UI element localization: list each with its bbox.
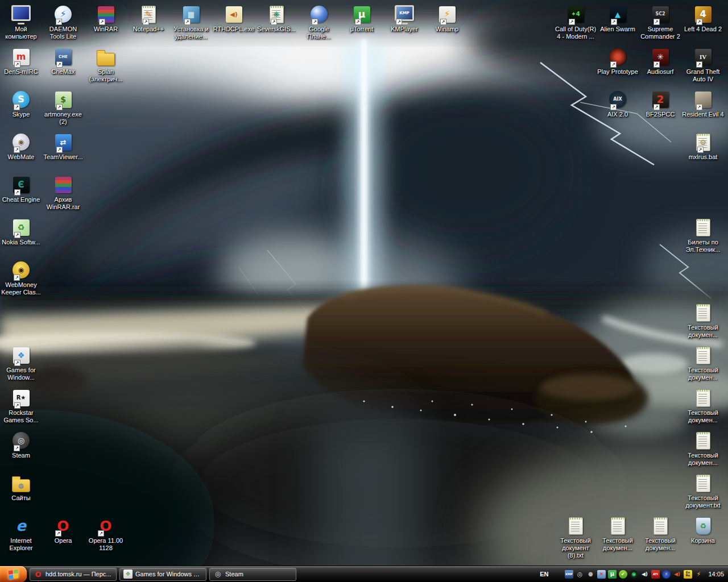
desktop-icon-tickets-doc[interactable]: Билеты по Эл.Техник... [682, 218, 724, 253]
desktop-icon-chemax[interactable]: CHE↗CheMax [42, 47, 84, 76]
desktop-icon-mxlrus-bat[interactable]: ⚙↗mxlrus.bat [682, 132, 724, 161]
desktop-icon-text-doc-5[interactable]: Текстовый докумен... [597, 516, 639, 552]
realtek-speaker-icon: ◀) [226, 6, 242, 23]
desktop-icon-webmoney-keeper[interactable]: ◉↗WebMoney Keeper Clas... [0, 260, 42, 296]
desktop-icon-nokia-software[interactable]: ♻↗Nokia Softw... [0, 218, 42, 246]
desktop-icon-severskgis[interactable]: ❋↗SeverskGIS... [255, 5, 297, 33]
desktop-icon-my-computer[interactable]: Мой компьютер [0, 5, 42, 40]
volume-tray-icon[interactable]: ◀) [639, 569, 650, 579]
desktop-icon-cheat-engine[interactable]: Є↗Cheat Engine [0, 175, 42, 203]
desktop-icon-google-earth[interactable]: ↗Google Плане... [298, 5, 340, 40]
desktop-icon-bf2spcc[interactable]: 2↗BF2SPCC [639, 90, 681, 118]
desktop-icon-left-4-dead-2[interactable]: 4↗Left 4 Dead 2 [682, 5, 724, 33]
start-button[interactable] [0, 566, 27, 582]
shortcut-arrow-icon: ↗ [396, 19, 402, 25]
desktop-icon-label: Google Плане... [297, 26, 341, 40]
language-indicator[interactable]: EN [540, 571, 548, 577]
kmplayer-tray-icon[interactable]: KMP [564, 569, 574, 579]
desktop-icon-call-of-duty-4[interactable]: ✦4↗Call of Duty(R) 4 - Modern ... [555, 5, 597, 40]
shortcut-arrow-icon: ↗ [653, 104, 660, 110]
desktop-icon-opera-11[interactable]: O↗Opera 11.00 1128 [85, 516, 127, 552]
shortcut-arrow-icon: ↗ [98, 530, 104, 537]
desktop-icon-rthdcpl[interactable]: ◀)RTHDCPL.exe [213, 5, 255, 33]
shortcut-arrow-icon: ↗ [14, 360, 20, 366]
desktop-icon-internet-explorer[interactable]: eInternet Explorer [0, 516, 42, 552]
task-button-steam[interactable]: ◎Steam [209, 568, 296, 581]
shortcut-arrow-icon: ↗ [14, 61, 20, 68]
desktop-icon-label: Установка и удаление... [169, 26, 213, 40]
desktop-icon-opera[interactable]: O↗Opera [42, 516, 84, 544]
desktop-icon-artmoney[interactable]: $↗artmoney.exe (2) [42, 90, 84, 126]
desktop-icon-winrar-archive[interactable]: Архив WinRAR.rar [42, 175, 84, 211]
desktop-icon-teamviewer[interactable]: ⇄↗TeamViewer... [42, 132, 84, 161]
desktop-icon-label: DenS-mIRC [0, 68, 43, 76]
desktop-icon-recycle-bin[interactable]: ♻Корзина [682, 516, 724, 544]
desktop-icon-text-doc-1[interactable]: Текстовый докумен... [682, 303, 724, 339]
desktop-icon-text-doc-txt[interactable]: Текстовый документ.txt [682, 473, 724, 509]
winamp-tray-icon[interactable]: ⚡ [693, 569, 704, 579]
ati-tray-icon[interactable]: ATI [650, 569, 660, 579]
desktop-icon-text-doc-4[interactable]: Текстовый докумен... [682, 431, 724, 467]
desktop-icon-splan-folder[interactable]: Splan (электрич... [85, 47, 127, 83]
desktop-icon-label: RTHDCPL.exe [212, 26, 255, 33]
desktop[interactable]: Мой компьютер⚡↗DAEMON Tools Lite↗WinRAR✎… [0, 0, 728, 566]
desktop-icon-dens-mirc[interactable]: m↗DenS-mIRC [0, 47, 42, 76]
shortcut-arrow-icon: ↗ [99, 19, 105, 25]
shortcut-arrow-icon: ↗ [611, 19, 617, 25]
webcam-eye-tray-icon[interactable]: ◉ [628, 569, 639, 579]
desktop-icon-steam[interactable]: ◎↗Steam [0, 431, 42, 459]
realtek-audio-tray-icon[interactable]: ◀) [672, 569, 682, 579]
punto-switcher-tray-icon[interactable]: En Ru [682, 569, 693, 579]
desktop-icon-text-doc-6[interactable]: Текстовый докумен... [639, 516, 681, 552]
desktop-icon-text-doc-2[interactable]: Текстовый докумен... [682, 346, 724, 381]
shortcut-arrow-icon: ↗ [56, 61, 63, 68]
desktop-icon-webmate[interactable]: ◉↗WebMate [0, 132, 42, 161]
steam-tray-icon[interactable]: ◎ [574, 569, 585, 579]
desktop-icon-supreme-commander-2[interactable]: SC2↗Supreme Commander 2 [639, 5, 681, 40]
desktop-icon-label: Текстовый докумен... [596, 537, 639, 552]
desktop-icon-winrar[interactable]: ↗WinRAR [85, 5, 127, 33]
desktop-icon-text-doc-8-txt[interactable]: Текстовый документ (8).txt [555, 516, 597, 559]
text-doc-icon [696, 347, 710, 364]
steam-icon: ◎ [213, 569, 222, 579]
desktop-icon-utorrent[interactable]: µ↗µTorrent [341, 5, 383, 33]
task-button-gfwl[interactable]: ❖Games for Windows – ... [119, 568, 206, 581]
desktop-icon-audiosurf[interactable]: ✳↗Audiosurf [639, 47, 681, 76]
desktop-icon-rockstar-games[interactable]: R★↗Rockstar Games So... [0, 388, 42, 424]
shortcut-arrow-icon: ↗ [14, 104, 20, 110]
desktop-icon-skype[interactable]: S↗Skype [0, 90, 42, 118]
daemon-tools-tray-icon[interactable]: ⚡ [661, 569, 671, 579]
desktop-icon-label: Текстовый докумен... [681, 367, 725, 381]
network-offline-tray-icon[interactable]: ✕ [596, 569, 606, 579]
shortcut-arrow-icon: ↗ [610, 61, 617, 68]
shortcut-arrow-icon: ↗ [696, 104, 702, 110]
desktop-icon-kmplayer[interactable]: KMP↗KMPlayer [383, 5, 425, 33]
desktop-icon-play-prototype[interactable]: ↗Play Prototype [597, 47, 639, 76]
desktop-icon-winamp[interactable]: ⚡↗Winamp [426, 5, 468, 33]
antivirus-check-tray-icon[interactable]: ✔ [618, 569, 628, 579]
desktop-icon-notepad-plus-plus[interactable]: ✎↗Notepad++ [127, 5, 169, 33]
desktop-icon-games-for-windows[interactable]: ❖↗Games for Window... [0, 346, 42, 381]
desktop-icon-text-doc-3[interactable]: Текстовый докумен... [682, 388, 724, 424]
desktop-icon-grand-theft-auto-4[interactable]: IV↗Grand Theft Auto IV [682, 47, 724, 83]
utorrent-tray-icon[interactable]: µ [607, 569, 617, 579]
desktop-icon-label: Grand Theft Auto IV [681, 68, 725, 83]
clock[interactable]: 14:05 [708, 571, 724, 577]
desktop-icon-daemon-tools-lite[interactable]: ⚡↗DAEMON Tools Lite [42, 5, 84, 40]
text-doc-icon [696, 219, 710, 236]
desktop-icon-resident-evil-4[interactable]: ↗Resident Evil 4 [682, 90, 724, 118]
desktop-icon-label: DAEMON Tools Lite [42, 26, 85, 40]
text-doc-icon [696, 475, 710, 492]
desktop-icon-alien-swarm[interactable]: ▲↗Alien Swarm [597, 5, 639, 33]
shortcut-arrow-icon: ↗ [653, 19, 660, 25]
shortcut-arrow-icon: ↗ [14, 402, 20, 409]
desktop-icon-sites-folder[interactable]: ◍Сайты [0, 473, 42, 502]
desktop-icon-label: Текстовый докумен... [681, 452, 725, 467]
text-doc-icon [569, 517, 583, 535]
task-button-opera[interactable]: Ohdd.tomsk.ru — Перс... [30, 568, 117, 581]
teamviewer-tray-icon[interactable]: ● [585, 569, 595, 579]
folder-globe-icon: ◍ [12, 479, 30, 492]
desktop-icon-add-remove-programs[interactable]: ▦↗Установка и удаление... [170, 5, 212, 40]
desktop-icon-label: Internet Explorer [0, 537, 43, 552]
desktop-icon-aix-2-0[interactable]: AIX↗AIX 2.0 [597, 90, 639, 118]
